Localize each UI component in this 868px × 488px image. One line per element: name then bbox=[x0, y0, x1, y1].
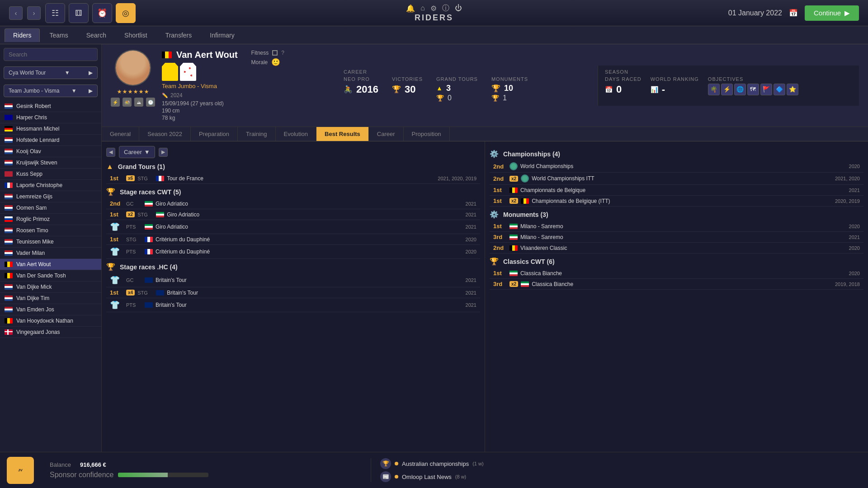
flag-nl bbox=[5, 228, 13, 233]
rider-name: Van Dijke Mick bbox=[16, 284, 52, 290]
tab-proposition[interactable]: Proposition bbox=[404, 127, 450, 141]
sponsor-bar bbox=[118, 473, 208, 477]
fitness-label: Fitness bbox=[251, 50, 269, 56]
rider-name: Van Hooydонck Nathan bbox=[16, 318, 73, 324]
filter2-dropdown[interactable]: Team Jumbo - Visma ▼ ▶ bbox=[0, 83, 101, 101]
tab-season2022[interactable]: Season 2022 bbox=[139, 127, 191, 141]
monuments-label: Monuments bbox=[491, 76, 528, 82]
obj-badge-1: 🌴 bbox=[708, 84, 720, 95]
rider-name: Oomen Sam bbox=[16, 205, 47, 211]
rider-name: Van Der Sande Tosh bbox=[16, 272, 66, 279]
tab-transfers[interactable]: Transfers bbox=[157, 28, 201, 42]
news-time-2: (8 w) bbox=[455, 474, 466, 479]
gear-icon[interactable]: ⚙ bbox=[430, 4, 437, 13]
home-icon[interactable]: ⌂ bbox=[420, 4, 425, 12]
list-item[interactable]: Vingegaard Jonas bbox=[0, 327, 101, 338]
news-dot-1 bbox=[395, 462, 398, 465]
result-type: PTS bbox=[126, 224, 142, 230]
menu-icon-3[interactable]: ⏰ bbox=[92, 3, 112, 23]
sidebar: Cya World Tour ▼ ▶ Team Jumbo - Visma ▼ … bbox=[0, 44, 102, 452]
news-text-2: Omloop Last News bbox=[402, 474, 452, 480]
list-item[interactable]: Kuss Sepp bbox=[0, 169, 101, 180]
rider-team[interactable]: Team Jumbo - Visma bbox=[162, 83, 238, 89]
tab-infirmary[interactable]: Infirmary bbox=[201, 28, 243, 42]
stage-hc-icon: 🏆 bbox=[106, 263, 115, 271]
tab-training[interactable]: Training bbox=[238, 127, 275, 141]
rider-avatar bbox=[115, 50, 151, 86]
result-row: 3rd Milano - Sanremo 2021 bbox=[490, 232, 863, 243]
result-pos: 2nd bbox=[493, 244, 507, 251]
filter1-dropdown[interactable]: Cya World Tour ▼ ▶ bbox=[0, 65, 101, 83]
list-item[interactable]: Van Der Sande Tosh bbox=[0, 270, 101, 282]
list-item[interactable]: Kooij Olav bbox=[0, 146, 101, 157]
tab-shortlist[interactable]: Shortlist bbox=[116, 28, 156, 42]
menu-icon-2[interactable]: ⚅ bbox=[69, 3, 89, 23]
monument-1st-icon: 🏆 bbox=[491, 84, 500, 93]
list-item[interactable]: Van Dijke Tim bbox=[0, 293, 101, 304]
result-type: STG bbox=[137, 176, 153, 181]
rider-name: Gesink Robert bbox=[16, 103, 51, 109]
tab-career[interactable]: Career bbox=[369, 127, 404, 141]
tab-teams[interactable]: Teams bbox=[41, 28, 76, 42]
list-item[interactable]: Van Hooydонck Nathan bbox=[0, 315, 101, 327]
rider-stat-icon-1: ⚡ bbox=[111, 98, 120, 107]
list-item[interactable]: Teunissen Mike bbox=[0, 236, 101, 248]
result-name: Britain's Tour bbox=[156, 277, 442, 283]
list-item[interactable]: Laporte Christophe bbox=[0, 180, 101, 191]
filter-next-button[interactable]: ▶ bbox=[159, 148, 168, 157]
filter-prev-button[interactable]: ◀ bbox=[106, 148, 115, 157]
top-bar: ‹ › ☷ ⚅ ⏰ ◎ 🔔 ⌂ ⚙ ⓘ ⏻ RIDERS 01 January … bbox=[0, 0, 868, 26]
obj-badge-4: 🗺 bbox=[747, 84, 759, 95]
grand-tours-header: ▲ Grand Tours (1) bbox=[106, 163, 480, 171]
rider-list: Gesink Robert Harper Chris Hessmann Mich… bbox=[0, 101, 101, 452]
news-icon-2: 📰 bbox=[380, 471, 391, 482]
power-icon[interactable]: ⏻ bbox=[455, 4, 462, 12]
list-item[interactable]: Oomen Sam bbox=[0, 202, 101, 214]
list-item[interactable]: Hofstede Lennard bbox=[0, 135, 101, 146]
bottom-left: Balance 916,666 € Sponsor confidence bbox=[41, 461, 371, 479]
menu-icon-4[interactable]: ◎ bbox=[116, 3, 136, 23]
list-item[interactable]: Leemreize Gijs bbox=[0, 191, 101, 202]
tab-best-results[interactable]: Best Results bbox=[316, 127, 369, 141]
tab-preparation[interactable]: Preparation bbox=[191, 127, 238, 141]
list-item[interactable]: Van Emden Jos bbox=[0, 304, 101, 315]
objectives-label: Objectives bbox=[708, 76, 798, 82]
result-name: World Championships ITT bbox=[532, 175, 826, 182]
tab-general[interactable]: General bbox=[102, 127, 139, 141]
result-year: 2021 bbox=[445, 224, 476, 230]
result-year: 2021 bbox=[828, 188, 860, 193]
forward-button[interactable]: › bbox=[27, 6, 41, 20]
rider-stat-icon-4: 🕐 bbox=[146, 98, 155, 107]
result-year: 2021 bbox=[445, 277, 476, 283]
flag-si bbox=[5, 216, 13, 222]
search-input[interactable] bbox=[4, 48, 98, 61]
list-item[interactable]: Hessmann Michel bbox=[0, 123, 101, 135]
list-item[interactable]: Van Dijke Mick bbox=[0, 282, 101, 293]
continue-button[interactable]: Continue ▶ bbox=[805, 5, 859, 21]
list-item[interactable]: Roglic Primoz bbox=[0, 214, 101, 225]
back-button[interactable]: ‹ bbox=[9, 6, 23, 20]
menu-icon-1[interactable]: ☷ bbox=[45, 3, 65, 23]
tab-riders[interactable]: Riders bbox=[5, 28, 40, 42]
monuments-2nd: 1 bbox=[503, 94, 507, 102]
result-name: Giro Adriatico bbox=[156, 201, 442, 207]
list-item-active[interactable]: Van Aert Wout bbox=[0, 259, 101, 270]
list-item[interactable]: Kruijswijk Steven bbox=[0, 157, 101, 169]
grand-tours-1st: 3 bbox=[446, 84, 451, 93]
classics-cwt-title: Classics CWT (6) bbox=[503, 258, 555, 265]
monument-2nd-icon: 🏆 bbox=[491, 94, 499, 102]
info-icon[interactable]: ⓘ bbox=[442, 4, 449, 13]
bottom-right: 🏆 Australian championships (1 w) 📰 Omloo… bbox=[371, 458, 868, 482]
list-item[interactable]: Vader Milan bbox=[0, 248, 101, 259]
list-item[interactable]: Roosen Timo bbox=[0, 225, 101, 236]
tab-search[interactable]: Search bbox=[78, 28, 115, 42]
filter-dropdown[interactable]: Career ▼ bbox=[119, 146, 155, 158]
tab-evolution[interactable]: Evolution bbox=[276, 127, 316, 141]
bell-icon[interactable]: 🔔 bbox=[406, 4, 415, 13]
list-item[interactable]: Harper Chris bbox=[0, 112, 101, 123]
list-item[interactable]: Gesink Robert bbox=[0, 101, 101, 112]
stage-hc-header: 🏆 Stage races .HC (4) bbox=[106, 263, 480, 271]
sponsor-label: Sponsor confidence bbox=[50, 471, 113, 479]
result-row: 3rd x2 Classica Bianche 2019, 2018 bbox=[490, 279, 863, 290]
obj-badge-5: 🚩 bbox=[760, 84, 772, 95]
